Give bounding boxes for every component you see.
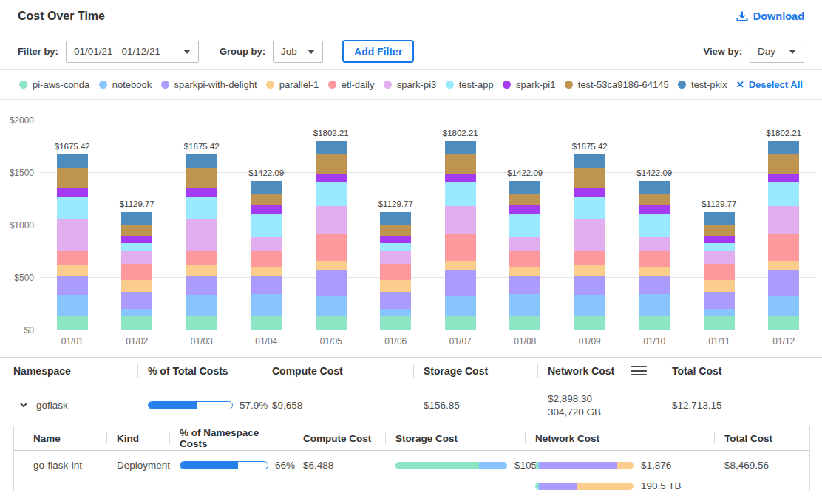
bar-segment-pi-aws-conda (380, 316, 411, 330)
legend-item-etl-daily[interactable]: etl-daily (328, 79, 375, 90)
column-menu-icon[interactable] (631, 366, 647, 376)
bar-total-label: $1129.77 (378, 200, 413, 208)
legend-item-test-53ca9186-64145[interactable]: test-53ca9186-64145 (565, 79, 669, 90)
bar-segment-spark-pi1 (380, 236, 411, 243)
stacked-bar-01/01[interactable] (57, 154, 88, 330)
bar-segment-sparkpi-with-delight (704, 292, 735, 309)
bar-segment-test-pkix (380, 212, 411, 225)
y-tick-label: $2000 (10, 115, 34, 126)
bar-segment-parallel-1 (639, 267, 670, 276)
bar-total-label: $1422.09 (248, 168, 284, 177)
col-header-pct-namespace-costs: % of Namespace Costs (169, 426, 293, 450)
bar-total-label: $1129.77 (120, 200, 154, 208)
bar-segment-spark-pi3 (316, 206, 347, 234)
legend-item-pi-aws-conda[interactable]: pi-aws-conda (19, 79, 89, 90)
stacked-bar-01/04[interactable] (251, 181, 282, 330)
pct-total-costs-meter (148, 401, 233, 409)
legend-dot-icon (503, 81, 511, 89)
deselect-all-button[interactable]: ✕Deselect All (736, 79, 803, 90)
legend-item-notebook[interactable]: notebook (99, 79, 152, 90)
bar-segment-sparkpi-with-delight (768, 270, 799, 296)
storage-cost-bar (395, 462, 507, 469)
bar-segment-test-53ca9186-64145 (57, 168, 88, 189)
add-filter-button[interactable]: Add Filter (342, 40, 414, 63)
bar-segment-spark-pi1 (639, 205, 670, 213)
bar-segment-etl-daily (445, 234, 476, 261)
x-tick-label: 01/09 (557, 336, 622, 347)
bar-segment-test-pkix (57, 154, 88, 167)
workload-row-go-flask-int[interactable]: go-flask-int Deployment 66% $6,488 $105.… (14, 451, 809, 491)
bar-segment-test-53ca9186-64145 (251, 194, 282, 205)
network-cost-bar (535, 462, 634, 469)
col-header-total-cost: Total Cost (662, 358, 822, 384)
bar-segment-etl-daily (57, 251, 88, 265)
bar-segment-pi-aws-conda (574, 316, 605, 330)
date-range-value: 01/01/21 - 01/12/21 (74, 46, 160, 57)
bar-segment-test-pkix (574, 154, 605, 167)
namespace-name: goflask (36, 400, 68, 411)
bar-segment-test-pkix (509, 181, 540, 194)
bar-segment-test-53ca9186-64145 (509, 194, 540, 205)
namespace-row-goflask[interactable]: goflask 57.9% $9,658 $156.85 $2,898.30 3… (0, 384, 822, 426)
bar-segment-notebook (574, 295, 605, 316)
bar-segment-notebook (251, 294, 282, 316)
bar-segment-spark-pi3 (768, 206, 799, 234)
bar-segment-notebook (509, 294, 540, 316)
pct-namespace-costs-meter (180, 461, 268, 469)
bar-segment-sparkpi-with-delight (186, 276, 217, 296)
stacked-bar-01/06[interactable] (380, 212, 411, 330)
page-title: Cost Over Time (18, 10, 105, 23)
group-by-dropdown[interactable]: Job (273, 41, 323, 63)
bar-segment-sparkpi-with-delight (380, 292, 411, 309)
legend-item-sparkpi-with-delight[interactable]: sparkpi-with-delight (161, 79, 257, 90)
col-header-total-cost: Total Cost (714, 426, 809, 450)
workload-table: Name Kind % of Namespace Costs Compute C… (13, 426, 810, 491)
network-usage-bar (535, 483, 634, 490)
bar-total-label: $1422.09 (507, 168, 543, 177)
bar-segment-parallel-1 (121, 280, 152, 292)
bar-segment-notebook (768, 296, 799, 316)
date-range-dropdown[interactable]: 01/01/21 - 01/12/21 (66, 41, 199, 63)
stacked-bar-01/12[interactable] (768, 141, 799, 330)
col-header-storage-cost: Storage Cost (413, 358, 537, 384)
stacked-bar-01/03[interactable] (186, 154, 217, 330)
bar-segment-pi-aws-conda (509, 316, 540, 330)
bar-segment-parallel-1 (574, 265, 605, 276)
stacked-bar-01/08[interactable] (509, 181, 540, 330)
legend-item-parallel-1[interactable]: parallel-1 (266, 79, 319, 90)
chevron-down-icon[interactable] (19, 401, 28, 409)
namespace-total-cost: $12,713.15 (662, 384, 822, 426)
bar-segment-test-pkix (121, 212, 152, 225)
legend-item-test-pkix[interactable]: test-pkix (678, 79, 727, 90)
bar-segment-spark-pi3 (57, 219, 88, 251)
stacked-bar-01/11[interactable] (704, 212, 735, 330)
workload-compute-cost: $6,488 (293, 451, 385, 491)
stacked-bar-01/02[interactable] (121, 212, 152, 330)
stacked-bar-01/05[interactable] (316, 141, 347, 330)
x-tick-label: 01/12 (752, 336, 817, 347)
col-header-pct-total-costs: % of Total Costs (137, 358, 262, 384)
col-header-network-cost: Network Cost (537, 358, 662, 384)
stacked-bar-01/10[interactable] (639, 181, 670, 330)
bar-segment-spark-pi3 (251, 237, 282, 251)
bar-total-label: $1129.77 (702, 200, 736, 208)
legend-dot-icon (565, 81, 573, 89)
bar-segment-test-app (316, 182, 347, 206)
pct-namespace-costs-value: 66% (275, 460, 295, 471)
view-by-dropdown[interactable]: Day (750, 41, 804, 63)
bar-segment-etl-daily (639, 251, 670, 266)
legend-item-test-app[interactable]: test-app (446, 79, 494, 90)
group-by-label: Group by: (220, 46, 265, 57)
legend-item-spark-pi3[interactable]: spark-pi3 (384, 79, 436, 90)
bar-segment-parallel-1 (186, 265, 217, 276)
stacked-bar-01/07[interactable] (445, 141, 476, 330)
bar-segment-pi-aws-conda (316, 316, 347, 330)
col-header-namespace: Namespace (0, 358, 137, 384)
namespace-table: Namespace % of Total Costs Compute Cost … (0, 357, 822, 491)
chart-legend: pi-aws-condanotebooksparkpi-with-delight… (0, 70, 822, 100)
bar-segment-spark-pi3 (186, 219, 217, 251)
stacked-bar-01/09[interactable] (574, 154, 605, 330)
legend-item-spark-pi1[interactable]: spark-pi1 (503, 79, 555, 90)
col-header-compute-cost: Compute Cost (293, 426, 385, 450)
download-button[interactable]: Download (736, 10, 804, 22)
